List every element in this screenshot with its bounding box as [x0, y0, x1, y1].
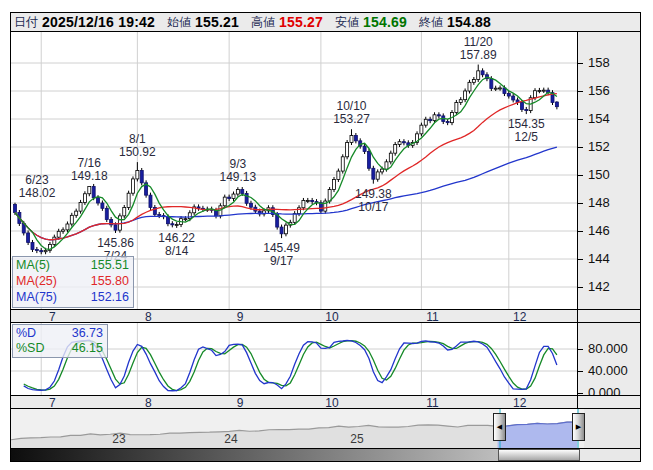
scroll-left-icon: ◀ [497, 423, 502, 431]
oscillator-axis-tick [578, 349, 583, 350]
ma5-legend-row: MA(5)155.51 [16, 258, 129, 274]
scroll-right-icon: ▶ [576, 423, 581, 431]
price-axis-label: 154 [588, 111, 610, 126]
price-axis-label: 152 [588, 139, 610, 154]
main-chart-region: 6/23148.027/16149.18145.867/248/1150.921… [11, 32, 640, 309]
scrollbar-thumb[interactable] [498, 449, 580, 461]
price-axis-tick [578, 63, 583, 64]
month-label: 12 [513, 396, 526, 410]
price-axis-tick [578, 259, 583, 260]
stock-chart-widget: 日付 2025/12/16 19:42 始値 155.21 高値 155.27 … [10, 12, 641, 462]
month-label: 9 [237, 310, 244, 324]
month-label: 8 [145, 310, 152, 324]
price-axis-tick [578, 91, 583, 92]
month-label: 10 [325, 396, 338, 410]
selection-right-handle[interactable]: ▶ [572, 413, 585, 441]
selection-left-handle[interactable]: ◀ [493, 413, 506, 441]
price-axis-label: 158 [588, 55, 610, 70]
swing-annotation: 9/3149.13 [220, 158, 257, 184]
year-label: 25 [350, 432, 363, 446]
month-label: 12 [513, 310, 526, 324]
swing-annotation: 11/20157.89 [460, 36, 497, 62]
stochastic-legend: %D36.73 %SD46.15 [12, 324, 108, 358]
month-label: 11 [426, 310, 438, 324]
pctd-legend-row: %D36.73 [16, 326, 103, 341]
x-axis-strip-bottom: 789101112 [11, 395, 640, 409]
stock-chart-app: 日付 2025/12/16 19:42 始値 155.21 高値 155.27 … [0, 0, 653, 470]
month-label: 11 [426, 396, 438, 410]
oscillator-region: 80.00040.0000.000 %D36.73 %SD46.15 [11, 323, 640, 395]
month-label: 10 [325, 310, 338, 324]
horizontal-scrollbar[interactable] [11, 448, 640, 461]
price-axis-label: 144 [588, 251, 610, 266]
price-axis-tick [578, 203, 583, 204]
price-axis-label: 150 [588, 167, 610, 182]
open-value: 155.21 [195, 14, 239, 30]
date-label: 日付 [14, 14, 38, 31]
month-label: 8 [145, 396, 152, 410]
month-label: 9 [237, 396, 244, 410]
month-label: 7 [49, 310, 56, 324]
x-axis-strip-top: 789101112 [11, 309, 640, 323]
pctsd-legend-row: %SD46.15 [16, 341, 103, 356]
swing-annotation: 8/1150.92 [119, 133, 156, 159]
oscillator-axis-tick [578, 371, 583, 372]
axis-divider [577, 396, 578, 408]
ohlc-header: 日付 2025/12/16 19:42 始値 155.21 高値 155.27 … [11, 13, 640, 32]
ma75-legend-row: MA(75)152.16 [16, 290, 129, 306]
oscillator-axis-label: 80.000 [588, 341, 628, 356]
scrollbar-track-left[interactable] [11, 449, 498, 461]
high-label: 高値 [251, 14, 275, 31]
month-label: 7 [49, 396, 56, 410]
price-axis: 158156154152150148146144142 [577, 32, 640, 309]
swing-annotation: 6/23148.02 [19, 174, 56, 200]
swing-annotation: 145.499/17 [263, 242, 300, 268]
oscillator-axis: 80.00040.0000.000 [577, 323, 640, 395]
swing-annotation: 154.3512/5 [508, 118, 545, 144]
axis-divider [577, 310, 578, 322]
price-axis-tick [578, 231, 583, 232]
navigator-canvas [11, 409, 640, 448]
price-axis-tick [578, 119, 583, 120]
date-value: 2025/12/16 19:42 [42, 14, 155, 30]
year-label: 23 [112, 432, 125, 446]
price-axis-tick [578, 147, 583, 148]
range-navigator[interactable]: 232425 ◀ ▶ [11, 409, 640, 448]
price-axis-label: 146 [588, 223, 610, 238]
price-axis-label: 156 [588, 83, 610, 98]
close-value: 154.88 [447, 14, 491, 30]
price-axis-label: 142 [588, 279, 610, 294]
price-axis-tick [578, 175, 583, 176]
swing-annotation: 7/16149.18 [71, 157, 108, 183]
swing-annotation: 10/10153.27 [333, 100, 370, 126]
oscillator-axis-tick [578, 393, 583, 394]
high-value: 155.27 [279, 14, 323, 30]
ma25-legend-row: MA(25)155.80 [16, 274, 129, 290]
low-value: 154.69 [363, 14, 407, 30]
ma-legend: MA(5)155.51 MA(25)155.80 MA(75)152.16 [12, 256, 134, 308]
year-label: 24 [224, 432, 237, 446]
price-axis-tick [578, 287, 583, 288]
close-label: 終値 [419, 14, 443, 31]
price-axis-label: 148 [588, 195, 610, 210]
swing-annotation: 149.3810/17 [355, 188, 392, 214]
low-label: 安値 [335, 14, 359, 31]
oscillator-axis-label: 40.000 [588, 363, 628, 378]
open-label: 始値 [167, 14, 191, 31]
scrollbar-track-right[interactable] [580, 449, 640, 461]
swing-annotation: 146.228/14 [158, 232, 195, 258]
